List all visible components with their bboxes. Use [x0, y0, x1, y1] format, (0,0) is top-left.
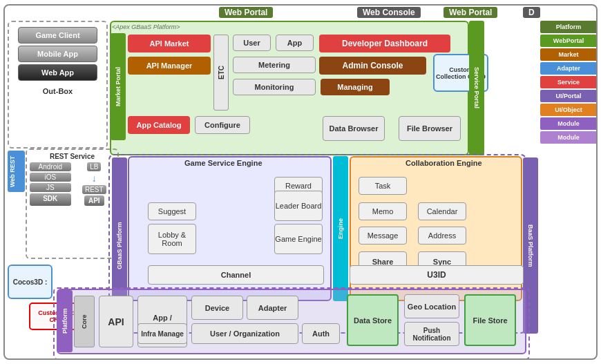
d-label: D [523, 7, 540, 18]
data-browser-box[interactable]: Data Browser [323, 116, 385, 141]
legend-ui-object: UI/Object [540, 104, 597, 116]
core-box: Core [74, 296, 95, 347]
platform-vertical: Platform [57, 290, 73, 352]
rest-service-section: REST Service Android iOS JS SDK LB ↓ RES… [26, 149, 119, 259]
adapter-box[interactable]: Adapter [247, 296, 298, 320]
game-engine-box[interactable]: Game Engine [274, 224, 323, 254]
web-portal-label-2: Web Portal [443, 7, 497, 18]
game-client-btn[interactable]: Game Client [18, 27, 97, 44]
message-box[interactable]: Message [359, 227, 407, 245]
app-btn[interactable]: App [276, 35, 314, 51]
auth-box[interactable]: Auth [302, 323, 340, 344]
u3id-box[interactable]: U3ID [350, 265, 524, 285]
market-portal-vertical: Market Portal [111, 33, 126, 140]
service-portal-vertical: Service Portal [469, 21, 484, 155]
managing-btn[interactable]: Managing [321, 79, 390, 95]
legend-webportal: WebPortal [540, 35, 597, 47]
push-notification-box[interactable]: Push Notification [404, 322, 459, 346]
user-btn[interactable]: User [233, 35, 271, 51]
web-console-label: Web Console [357, 7, 421, 18]
rest-service-title: REST Service [30, 153, 115, 160]
etc-box: ETC [213, 35, 229, 111]
legend-platform: Platform [540, 21, 597, 33]
lb-item: LB [87, 162, 101, 171]
legend-ui-portal: UI/Portal [540, 90, 597, 102]
channel-box[interactable]: Channel [148, 265, 324, 285]
web-portal-label-1: Web Portal [219, 7, 273, 18]
js-item: JS [30, 183, 71, 192]
mobile-app-btn[interactable]: Mobile App [18, 46, 97, 62]
cocos-box: Cocos3D : [8, 265, 53, 299]
metering-btn[interactable]: Metering [233, 57, 316, 73]
web-app-btn[interactable]: Web App [18, 64, 97, 81]
legend-service: Service [540, 76, 597, 88]
address-box[interactable]: Address [418, 227, 466, 245]
user-org-box[interactable]: User / Organization [191, 323, 298, 344]
legend-module: Module [540, 117, 597, 130]
web-rest-label: Web REST [8, 151, 25, 192]
configure-btn[interactable]: Configure [195, 116, 250, 134]
client-section: Game Client Mobile App Web App Out-Box [8, 21, 108, 149]
app-catalog-box[interactable]: App Catalog [128, 116, 190, 134]
suggest-box[interactable]: Suggest [148, 202, 196, 220]
api-btn[interactable]: API [84, 195, 104, 206]
device-box[interactable]: Device [191, 296, 243, 320]
legend-module2: Module [540, 131, 597, 144]
file-store-box[interactable]: File Store [464, 294, 516, 346]
developer-dashboard-box[interactable]: Developer Dashboard [319, 35, 450, 52]
leaderboard-box[interactable]: Leader Board [274, 191, 323, 221]
geo-location-box[interactable]: Geo Location [404, 294, 459, 318]
admin-console-box[interactable]: Admin Console [319, 57, 426, 75]
legend-adapter: Adapter [540, 62, 597, 75]
calendar-box[interactable]: Calendar [418, 202, 466, 220]
data-store-box[interactable]: Data Store [347, 294, 399, 346]
infra-manage-box[interactable]: Infra Manage [137, 323, 187, 344]
collab-title: Collaboration Engine [406, 159, 482, 167]
arrow-down-icon: ↓ [92, 173, 97, 184]
android-item: Android [30, 162, 71, 171]
memo-box[interactable]: Memo [359, 202, 407, 220]
legend-panel: Platform WebPortal Market Adapter Servic… [540, 21, 597, 144]
game-service-title: Game Service Engine [184, 159, 263, 167]
legend-market: Market [540, 48, 597, 61]
engine-vertical: Engine [333, 156, 348, 301]
out-box-btn[interactable]: Out-Box [18, 83, 97, 99]
file-browser-box[interactable]: File Browser [399, 116, 461, 141]
sdk-btn[interactable]: SDK [30, 193, 71, 206]
rest-item: REST [82, 185, 106, 194]
monitoring-btn[interactable]: Monitoring [233, 79, 316, 95]
main-container: Web Portal Web Console Web Portal D <Ape… [3, 4, 598, 360]
ios-item: iOS [30, 173, 71, 182]
task-box[interactable]: Task [359, 177, 407, 195]
platform-api-box[interactable]: API [99, 296, 133, 347]
api-manager-box[interactable]: API Manager [128, 57, 211, 75]
lobby-room-box[interactable]: Lobby & Room [148, 224, 196, 254]
api-market-box[interactable]: API Market [128, 35, 211, 52]
